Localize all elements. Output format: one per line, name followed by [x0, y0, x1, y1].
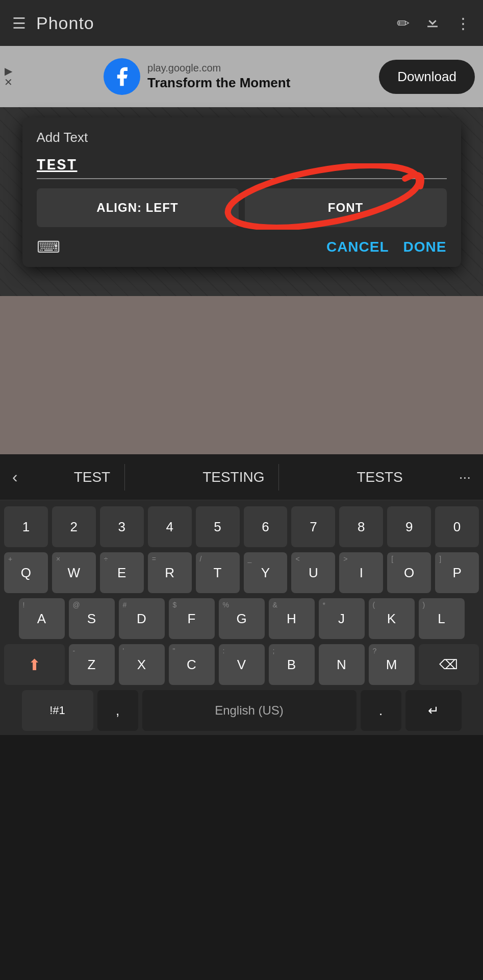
ad-title: Transform the Moment — [147, 75, 290, 91]
autocomplete-word-1[interactable]: TEST — [60, 464, 125, 491]
more-icon[interactable]: ⋮ — [455, 14, 471, 32]
period-key[interactable]: . — [361, 690, 401, 731]
key-r[interactable]: =R — [148, 552, 192, 593]
autocomplete-more-icon[interactable]: ··· — [459, 469, 471, 485]
keyboard-num-row: 1 2 3 4 5 6 7 8 9 0 — [4, 506, 479, 547]
canvas-area: Add Text ALIGN: LEFT FONT ⌨ CANCEL DONE — [0, 107, 483, 454]
key-2[interactable]: 2 — [52, 506, 96, 547]
key-e[interactable]: ÷E — [100, 552, 144, 593]
key-n[interactable]: N — [319, 644, 365, 685]
key-m[interactable]: ?M — [369, 644, 415, 685]
key-q[interactable]: +Q — [4, 552, 48, 593]
shift-key[interactable]: ⬆ — [4, 644, 65, 685]
special-key[interactable]: !#1 — [22, 690, 93, 731]
ad-left: play.google.com Transform the Moment — [104, 58, 290, 95]
key-k[interactable]: (K — [369, 598, 415, 639]
key-4[interactable]: 4 — [148, 506, 192, 547]
backspace-key[interactable]: ⌫ — [419, 644, 479, 685]
top-bar-icons: ✏ ⋮ — [397, 13, 471, 34]
ad-source: play.google.com — [147, 62, 290, 74]
comma-key[interactable]: , — [97, 690, 138, 731]
text-input[interactable] — [37, 153, 447, 179]
edit-icon[interactable]: ✏ — [397, 14, 410, 32]
key-9[interactable]: 9 — [387, 506, 431, 547]
keyboard-row-2: !A @S #D $F %G &H *J (K )L — [4, 598, 479, 639]
key-j[interactable]: *J — [319, 598, 365, 639]
keyboard-toggle-icon[interactable]: ⌨ — [37, 237, 60, 257]
space-key[interactable]: English (US) — [142, 690, 357, 731]
ad-close-button[interactable]: ▶ ✕ — [4, 66, 13, 87]
top-bar-left: ☰ Phonto — [12, 13, 94, 33]
dialog-bottom: ⌨ CANCEL DONE — [37, 237, 447, 257]
dialog-button-row: ALIGN: LEFT FONT — [37, 188, 447, 227]
add-text-dialog: Add Text ALIGN: LEFT FONT ⌨ CANCEL DONE — [22, 117, 461, 267]
key-b[interactable]: ;B — [269, 644, 315, 685]
enter-key[interactable]: ↵ — [405, 690, 462, 731]
keyboard-row-3: ⬆ -Z 'X "C :V ;B N ?M ⌫ — [4, 644, 479, 685]
dialog-actions: CANCEL DONE — [326, 239, 447, 255]
font-button[interactable]: FONT — [245, 188, 447, 227]
autocomplete-words: TEST TESTING TESTS — [18, 464, 459, 491]
key-f[interactable]: $F — [169, 598, 215, 639]
align-button[interactable]: ALIGN: LEFT — [37, 188, 239, 227]
key-1[interactable]: 1 — [4, 506, 48, 547]
key-0[interactable]: 0 — [435, 506, 479, 547]
autocomplete-bar: ‹ TEST TESTING TESTS ··· — [0, 454, 483, 500]
key-x[interactable]: 'X — [119, 644, 165, 685]
key-o[interactable]: [O — [387, 552, 431, 593]
download-icon[interactable] — [424, 13, 441, 34]
key-3[interactable]: 3 — [100, 506, 144, 547]
cancel-button[interactable]: CANCEL — [326, 239, 389, 255]
download-button[interactable]: Download — [379, 60, 475, 94]
autocomplete-word-2[interactable]: TESTING — [188, 464, 279, 491]
key-l[interactable]: )L — [419, 598, 465, 639]
key-8[interactable]: 8 — [339, 506, 383, 547]
key-g[interactable]: %G — [219, 598, 265, 639]
keyboard-bottom-row: !#1 , English (US) . ↵ — [4, 690, 479, 731]
key-7[interactable]: 7 — [291, 506, 335, 547]
key-y[interactable]: _Y — [244, 552, 288, 593]
autocomplete-word-3[interactable]: TESTS — [342, 464, 417, 491]
key-z[interactable]: -Z — [69, 644, 115, 685]
key-h[interactable]: &H — [269, 598, 315, 639]
done-button[interactable]: DONE — [403, 239, 447, 255]
key-w[interactable]: ×W — [52, 552, 96, 593]
key-p[interactable]: ]P — [435, 552, 479, 593]
key-t[interactable]: /T — [196, 552, 240, 593]
close-icon: ✕ — [4, 77, 13, 87]
facebook-icon — [104, 58, 140, 95]
top-bar: ☰ Phonto ✏ ⋮ — [0, 0, 483, 46]
key-6[interactable]: 6 — [244, 506, 288, 547]
app-title: Phonto — [36, 13, 94, 33]
menu-icon[interactable]: ☰ — [12, 14, 26, 32]
play-icon: ▶ — [5, 66, 12, 76]
keyboard: 1 2 3 4 5 6 7 8 9 0 +Q ×W ÷E =R /T _Y <U… — [0, 500, 483, 735]
key-a[interactable]: !A — [19, 598, 65, 639]
key-u[interactable]: <U — [291, 552, 335, 593]
ad-banner: ▶ ✕ play.google.com Transform the Moment… — [0, 46, 483, 107]
key-d[interactable]: #D — [119, 598, 165, 639]
ad-text: play.google.com Transform the Moment — [147, 62, 290, 91]
key-i[interactable]: >I — [339, 552, 383, 593]
dialog-title: Add Text — [37, 130, 447, 145]
key-c[interactable]: "C — [169, 644, 215, 685]
canvas-image-area — [0, 296, 483, 454]
key-v[interactable]: :V — [219, 644, 265, 685]
keyboard-row-1: +Q ×W ÷E =R /T _Y <U >I [O ]P — [4, 552, 479, 593]
key-s[interactable]: @S — [69, 598, 115, 639]
key-5[interactable]: 5 — [196, 506, 240, 547]
autocomplete-back-icon[interactable]: ‹ — [12, 468, 18, 486]
